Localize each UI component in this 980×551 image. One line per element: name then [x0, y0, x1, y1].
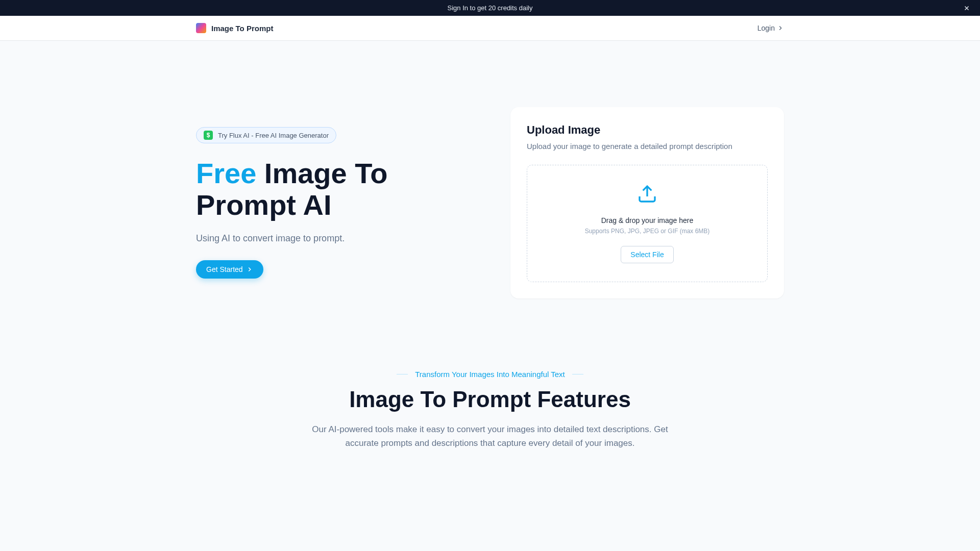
upload-title: Upload Image — [527, 123, 768, 137]
select-file-button[interactable]: Select File — [621, 246, 673, 263]
get-started-button[interactable]: Get Started — [196, 260, 263, 279]
hero-title-accent: Free — [196, 157, 256, 189]
upload-card: Upload Image Upload your image to genera… — [510, 107, 784, 298]
pill-label: Try Flux AI - Free AI Image Generator — [218, 132, 329, 139]
promo-pill[interactable]: $ Try Flux AI - Free AI Image Generator — [196, 127, 336, 143]
dropzone-hint: Supports PNG, JPG, JPEG or GIF (max 6MB) — [537, 228, 757, 235]
dropzone-text: Drag & drop your image here — [537, 216, 757, 224]
features-subtitle: Our AI-powered tools make it easy to con… — [306, 422, 674, 450]
features-section: Transform Your Images Into Meaningful Te… — [260, 339, 720, 481]
chevron-right-icon — [777, 24, 784, 32]
features-title: Image To Prompt Features — [273, 387, 707, 412]
main-header: Image To Prompt Login — [0, 16, 980, 41]
banner-text: Sign In to get 20 credits daily — [448, 4, 533, 12]
brand-logo[interactable]: Image To Prompt — [196, 23, 273, 33]
login-link[interactable]: Login — [757, 24, 784, 32]
cta-label: Get Started — [206, 265, 243, 273]
hero-section: $ Try Flux AI - Free AI Image Generator … — [184, 41, 796, 339]
divider-line — [397, 374, 408, 374]
section-eyebrow: Transform Your Images Into Meaningful Te… — [273, 370, 707, 379]
hero-title: Free Image To Prompt AI — [196, 158, 459, 220]
chevron-right-icon — [246, 266, 253, 273]
upload-icon — [637, 184, 657, 204]
hero-subtitle: Using AI to convert image to prompt. — [196, 233, 459, 244]
login-label: Login — [757, 24, 775, 32]
pill-icon: $ — [204, 131, 213, 140]
dropzone[interactable]: Drag & drop your image here Supports PNG… — [527, 165, 768, 282]
eyebrow-text: Transform Your Images Into Meaningful Te… — [415, 370, 565, 379]
close-icon[interactable] — [962, 3, 972, 13]
upload-subtitle: Upload your image to generate a detailed… — [527, 142, 768, 151]
brand-name: Image To Prompt — [211, 24, 273, 33]
divider-line — [572, 374, 583, 374]
logo-icon — [196, 23, 206, 33]
promo-banner: Sign In to get 20 credits daily — [0, 0, 980, 16]
